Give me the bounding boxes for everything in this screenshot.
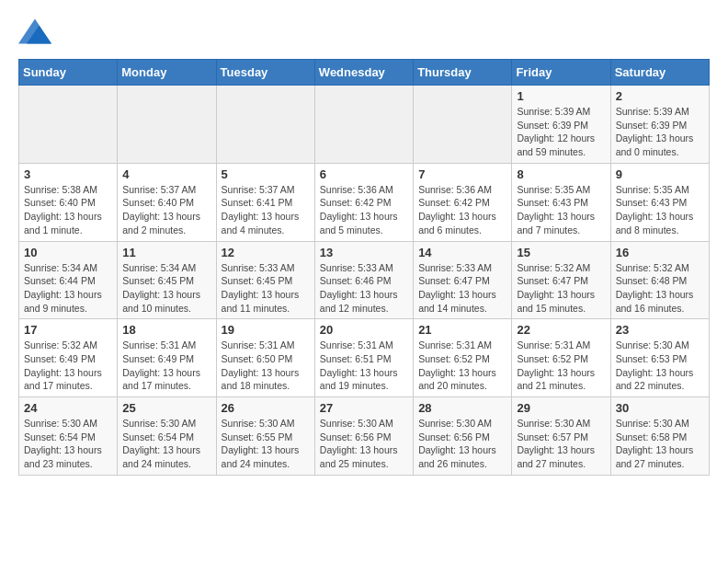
- calendar-cell: 12Sunrise: 5:33 AM Sunset: 6:45 PM Dayli…: [216, 241, 314, 319]
- day-number: 26: [222, 401, 310, 415]
- logo: [18, 18, 53, 44]
- day-info: Sunrise: 5:31 AM Sunset: 6:49 PM Dayligh…: [122, 339, 210, 393]
- calendar-cell: 3Sunrise: 5:38 AM Sunset: 6:40 PM Daylig…: [19, 163, 118, 241]
- day-info: Sunrise: 5:30 AM Sunset: 6:56 PM Dayligh…: [418, 417, 506, 471]
- calendar-cell: 28Sunrise: 5:30 AM Sunset: 6:56 PM Dayli…: [414, 397, 512, 476]
- day-number: 20: [320, 323, 408, 337]
- calendar-cell: [19, 86, 118, 164]
- week-row-1: 1Sunrise: 5:39 AM Sunset: 6:39 PM Daylig…: [19, 86, 710, 164]
- day-info: Sunrise: 5:32 AM Sunset: 6:47 PM Dayligh…: [517, 261, 605, 316]
- calendar-cell: 8Sunrise: 5:35 AM Sunset: 6:43 PM Daylig…: [512, 163, 610, 241]
- day-number: 18: [122, 323, 210, 337]
- calendar-cell: 6Sunrise: 5:36 AM Sunset: 6:42 PM Daylig…: [314, 163, 413, 241]
- day-number: 1: [517, 89, 605, 103]
- day-number: 24: [24, 401, 112, 415]
- header: [18, 18, 710, 44]
- day-number: 13: [320, 246, 408, 259]
- day-header-wednesday: Wednesday: [314, 60, 413, 86]
- calendar-cell: 16Sunrise: 5:32 AM Sunset: 6:48 PM Dayli…: [610, 241, 709, 319]
- calendar-cell: 26Sunrise: 5:30 AM Sunset: 6:55 PM Dayli…: [216, 397, 314, 476]
- calendar-cell: 10Sunrise: 5:34 AM Sunset: 6:44 PM Dayli…: [19, 241, 118, 319]
- calendar-cell: 27Sunrise: 5:30 AM Sunset: 6:56 PM Dayli…: [314, 397, 413, 476]
- day-info: Sunrise: 5:30 AM Sunset: 6:57 PM Dayligh…: [517, 417, 605, 471]
- day-info: Sunrise: 5:30 AM Sunset: 6:55 PM Dayligh…: [222, 417, 310, 471]
- day-header-tuesday: Tuesday: [216, 60, 314, 86]
- calendar-cell: 29Sunrise: 5:30 AM Sunset: 6:57 PM Dayli…: [512, 397, 610, 476]
- day-number: 6: [320, 167, 408, 181]
- day-info: Sunrise: 5:30 AM Sunset: 6:58 PM Dayligh…: [616, 417, 704, 471]
- calendar-table: SundayMondayTuesdayWednesdayThursdayFrid…: [18, 59, 710, 476]
- day-number: 30: [616, 401, 704, 415]
- week-row-3: 10Sunrise: 5:34 AM Sunset: 6:44 PM Dayli…: [19, 241, 710, 319]
- day-header-thursday: Thursday: [414, 60, 512, 86]
- day-info: Sunrise: 5:30 AM Sunset: 6:53 PM Dayligh…: [616, 339, 704, 393]
- day-header-friday: Friday: [512, 60, 610, 86]
- day-info: Sunrise: 5:35 AM Sunset: 6:43 PM Dayligh…: [616, 183, 704, 237]
- day-info: Sunrise: 5:37 AM Sunset: 6:41 PM Dayligh…: [222, 183, 310, 237]
- day-number: 9: [616, 167, 704, 181]
- calendar-cell: [414, 86, 512, 164]
- day-number: 8: [517, 167, 605, 181]
- calendar-cell: 9Sunrise: 5:35 AM Sunset: 6:43 PM Daylig…: [610, 163, 709, 241]
- day-info: Sunrise: 5:36 AM Sunset: 6:42 PM Dayligh…: [418, 183, 506, 237]
- day-info: Sunrise: 5:38 AM Sunset: 6:40 PM Dayligh…: [24, 183, 112, 237]
- calendar-cell: 13Sunrise: 5:33 AM Sunset: 6:46 PM Dayli…: [314, 241, 413, 319]
- week-row-4: 17Sunrise: 5:32 AM Sunset: 6:49 PM Dayli…: [19, 319, 710, 397]
- calendar-cell: 5Sunrise: 5:37 AM Sunset: 6:41 PM Daylig…: [216, 163, 314, 241]
- day-number: 15: [517, 246, 605, 259]
- calendar-cell: 18Sunrise: 5:31 AM Sunset: 6:49 PM Dayli…: [118, 319, 216, 397]
- day-info: Sunrise: 5:39 AM Sunset: 6:39 PM Dayligh…: [616, 105, 704, 159]
- day-info: Sunrise: 5:31 AM Sunset: 6:50 PM Dayligh…: [222, 339, 310, 393]
- day-number: 4: [122, 167, 210, 181]
- calendar-cell: 30Sunrise: 5:30 AM Sunset: 6:58 PM Dayli…: [610, 397, 709, 476]
- day-info: Sunrise: 5:35 AM Sunset: 6:43 PM Dayligh…: [517, 183, 605, 237]
- day-info: Sunrise: 5:34 AM Sunset: 6:44 PM Dayligh…: [24, 261, 112, 316]
- day-number: 29: [517, 401, 605, 415]
- day-info: Sunrise: 5:36 AM Sunset: 6:42 PM Dayligh…: [320, 183, 408, 237]
- day-info: Sunrise: 5:31 AM Sunset: 6:52 PM Dayligh…: [517, 339, 605, 393]
- calendar-cell: 23Sunrise: 5:30 AM Sunset: 6:53 PM Dayli…: [610, 319, 709, 397]
- day-number: 7: [418, 167, 506, 181]
- day-number: 22: [517, 323, 605, 337]
- calendar-cell: [118, 86, 216, 164]
- week-row-5: 24Sunrise: 5:30 AM Sunset: 6:54 PM Dayli…: [19, 397, 710, 476]
- calendar-cell: [314, 86, 413, 164]
- day-number: 10: [24, 246, 112, 259]
- calendar-cell: 19Sunrise: 5:31 AM Sunset: 6:50 PM Dayli…: [216, 319, 314, 397]
- calendar-cell: 14Sunrise: 5:33 AM Sunset: 6:47 PM Dayli…: [414, 241, 512, 319]
- day-header-monday: Monday: [118, 60, 216, 86]
- day-info: Sunrise: 5:30 AM Sunset: 6:54 PM Dayligh…: [122, 417, 210, 471]
- day-number: 28: [418, 401, 506, 415]
- calendar-cell: 1Sunrise: 5:39 AM Sunset: 6:39 PM Daylig…: [512, 86, 610, 164]
- day-info: Sunrise: 5:39 AM Sunset: 6:39 PM Dayligh…: [517, 105, 605, 159]
- calendar-cell: 7Sunrise: 5:36 AM Sunset: 6:42 PM Daylig…: [414, 163, 512, 241]
- day-number: 5: [222, 167, 310, 181]
- day-info: Sunrise: 5:30 AM Sunset: 6:54 PM Dayligh…: [24, 417, 112, 471]
- day-number: 3: [24, 167, 112, 181]
- day-number: 2: [616, 89, 704, 103]
- day-header-saturday: Saturday: [610, 60, 709, 86]
- calendar-cell: 22Sunrise: 5:31 AM Sunset: 6:52 PM Dayli…: [512, 319, 610, 397]
- day-info: Sunrise: 5:30 AM Sunset: 6:56 PM Dayligh…: [320, 417, 408, 471]
- day-info: Sunrise: 5:31 AM Sunset: 6:51 PM Dayligh…: [320, 339, 408, 393]
- day-number: 12: [222, 246, 310, 259]
- day-number: 21: [418, 323, 506, 337]
- logo-icon: [18, 18, 51, 44]
- calendar-cell: 4Sunrise: 5:37 AM Sunset: 6:40 PM Daylig…: [118, 163, 216, 241]
- day-number: 16: [616, 246, 704, 259]
- calendar-cell: 15Sunrise: 5:32 AM Sunset: 6:47 PM Dayli…: [512, 241, 610, 319]
- day-header-sunday: Sunday: [19, 60, 118, 86]
- day-info: Sunrise: 5:33 AM Sunset: 6:45 PM Dayligh…: [222, 261, 310, 316]
- calendar-cell: 25Sunrise: 5:30 AM Sunset: 6:54 PM Dayli…: [118, 397, 216, 476]
- calendar-cell: 20Sunrise: 5:31 AM Sunset: 6:51 PM Dayli…: [314, 319, 413, 397]
- day-number: 17: [24, 323, 112, 337]
- calendar-cell: 24Sunrise: 5:30 AM Sunset: 6:54 PM Dayli…: [19, 397, 118, 476]
- day-info: Sunrise: 5:31 AM Sunset: 6:52 PM Dayligh…: [418, 339, 506, 393]
- calendar-cell: [216, 86, 314, 164]
- calendar-cell: 21Sunrise: 5:31 AM Sunset: 6:52 PM Dayli…: [414, 319, 512, 397]
- day-info: Sunrise: 5:32 AM Sunset: 6:49 PM Dayligh…: [24, 339, 112, 393]
- day-number: 19: [222, 323, 310, 337]
- calendar-cell: 11Sunrise: 5:34 AM Sunset: 6:45 PM Dayli…: [118, 241, 216, 319]
- header-row: SundayMondayTuesdayWednesdayThursdayFrid…: [19, 60, 710, 86]
- day-number: 11: [122, 246, 210, 259]
